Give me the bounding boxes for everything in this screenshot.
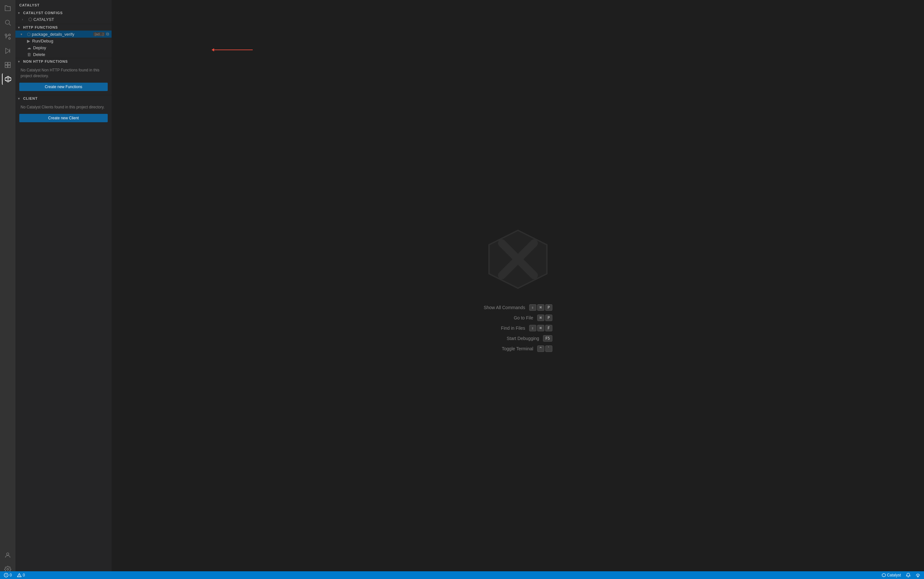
errors-status[interactable]: 0 xyxy=(3,573,13,577)
function-icon: ⬡ xyxy=(27,32,31,37)
error-icon xyxy=(4,573,8,577)
status-bar: 0 0 Catalyst xyxy=(0,571,924,579)
svg-rect-9 xyxy=(5,62,7,65)
go-to-file-row: Go to File ⌘ P xyxy=(514,315,552,321)
toggle-terminal-kbd: ^ ` xyxy=(537,345,552,352)
function-name: package_details_verify xyxy=(32,32,92,37)
create-functions-button[interactable]: Create new Functions xyxy=(19,83,108,91)
run-debug-icon[interactable] xyxy=(2,45,13,57)
function-badge: [ad...] xyxy=(93,32,105,36)
client-section: ▾ CLIENT No Catalyst Clients found in th… xyxy=(15,95,111,126)
sidebar: CATALYST ▾ CATALYST CONFIGS › ⬡ CATALYST… xyxy=(15,0,112,579)
start-debugging-label: Start Debugging xyxy=(507,336,539,341)
non-http-functions-section: ▾ NON HTTP FUNCTIONS No Catalyst Non HTT… xyxy=(15,58,111,95)
find-in-files-label: Find in Files xyxy=(501,325,525,331)
http-functions-section: ▾ HTTP FUNCTIONS ▾ ⬡ package_details_ver… xyxy=(15,24,111,58)
chevron-down-icon-client: ▾ xyxy=(18,97,22,100)
search-icon[interactable] xyxy=(2,17,13,28)
arrow-line xyxy=(214,49,253,50)
toggle-terminal-row: Toggle Terminal ^ ` xyxy=(502,345,552,352)
toggle-terminal-label: Toggle Terminal xyxy=(502,346,533,351)
activity-bar xyxy=(0,0,15,579)
catalyst-configs-header[interactable]: ▾ CATALYST CONFIGS xyxy=(15,10,111,16)
svg-point-2 xyxy=(5,34,7,36)
svg-point-0 xyxy=(5,20,10,25)
chevron-down-icon-http: ▾ xyxy=(18,26,22,29)
account-icon[interactable] xyxy=(2,550,13,561)
chevron-down-icon-func: ▾ xyxy=(21,33,24,36)
client-empty-text: No Catalyst Clients found in this projec… xyxy=(15,101,111,113)
explorer-icon[interactable] xyxy=(2,3,13,14)
sidebar-title: CATALYST xyxy=(15,0,111,10)
catalyst-plugin-icon[interactable] xyxy=(2,74,13,85)
status-left: 0 0 xyxy=(3,573,26,577)
chevron-right-icon: › xyxy=(22,18,26,21)
svg-point-4 xyxy=(9,34,11,36)
vscode-logo xyxy=(486,227,550,291)
svg-marker-25 xyxy=(882,574,885,577)
start-debugging-row: Start Debugging F5 xyxy=(507,335,552,342)
catalyst-config-icon: ⬡ xyxy=(28,17,32,22)
go-to-file-label: Go to File xyxy=(514,315,533,321)
svg-rect-12 xyxy=(8,65,10,67)
status-right: Catalyst xyxy=(881,573,921,577)
catalyst-status-icon xyxy=(882,573,886,577)
svg-line-1 xyxy=(9,24,11,25)
svg-marker-7 xyxy=(6,48,10,54)
svg-rect-11 xyxy=(5,65,7,67)
notifications-icon[interactable] xyxy=(905,573,912,577)
deploy-icon: ☁ xyxy=(27,45,31,50)
svg-point-26 xyxy=(917,576,918,577)
arrow-annotation xyxy=(212,48,253,51)
create-client-button[interactable]: Create new Client xyxy=(19,114,108,122)
copy-icon[interactable]: ⧉ xyxy=(106,31,109,37)
start-debugging-kbd: F5 xyxy=(543,335,552,342)
client-section-header[interactable]: ▾ CLIENT xyxy=(15,95,111,101)
commands-section: Show All Commands ⇧ ⌘ P Go to File ⌘ P F… xyxy=(483,304,552,352)
chevron-down-icon: ▾ xyxy=(18,11,22,15)
show-all-commands-row: Show All Commands ⇧ ⌘ P xyxy=(483,304,552,311)
svg-point-17 xyxy=(7,568,9,570)
chevron-down-icon-non-http: ▾ xyxy=(18,60,22,63)
main-content: Show All Commands ⇧ ⌘ P Go to File ⌘ P F… xyxy=(112,0,924,579)
bell-icon xyxy=(906,573,911,577)
run-icon: ▶ xyxy=(27,39,30,43)
source-control-icon[interactable] xyxy=(2,31,13,43)
broadcast-icon-svg xyxy=(916,573,920,577)
catalyst-tree-item[interactable]: › ⬡ CATALYST xyxy=(15,16,111,23)
find-in-files-kbd: ⇧ ⌘ F xyxy=(529,325,552,331)
deploy-item[interactable]: ☁ Deploy xyxy=(15,44,111,51)
catalyst-status[interactable]: Catalyst xyxy=(881,573,902,577)
warnings-status[interactable]: 0 xyxy=(16,573,26,577)
svg-line-6 xyxy=(6,35,9,38)
svg-rect-10 xyxy=(8,62,10,65)
warning-icon xyxy=(17,573,21,577)
svg-point-3 xyxy=(9,38,11,39)
http-functions-header[interactable]: ▾ HTTP FUNCTIONS xyxy=(15,24,111,31)
run-debug-item[interactable]: ▶ Run/Debug xyxy=(15,38,111,44)
delete-icon: 🗑 xyxy=(27,52,31,57)
catalyst-configs-section: ▾ CATALYST CONFIGS › ⬡ CATALYST xyxy=(15,10,111,24)
show-all-commands-kbd: ⇧ ⌘ P xyxy=(529,304,552,311)
show-all-commands-label: Show All Commands xyxy=(483,305,525,310)
non-http-functions-header[interactable]: ▾ NON HTTP FUNCTIONS xyxy=(15,58,111,65)
non-http-empty-text: No Catalyst Non HTTP Functions found in … xyxy=(15,65,111,82)
arrow-head xyxy=(212,48,214,51)
broadcast-icon[interactable] xyxy=(914,573,921,577)
go-to-file-kbd: ⌘ P xyxy=(537,315,552,321)
svg-point-16 xyxy=(7,553,9,555)
extensions-icon[interactable] xyxy=(2,59,13,71)
find-in-files-row: Find in Files ⇧ ⌘ F xyxy=(501,325,552,331)
delete-item[interactable]: 🗑 Delete xyxy=(15,51,111,58)
welcome-content: Show All Commands ⇧ ⌘ P Go to File ⌘ P F… xyxy=(483,227,552,352)
package-details-verify-item[interactable]: ▾ ⬡ package_details_verify [ad...] ⧉ xyxy=(15,31,111,38)
